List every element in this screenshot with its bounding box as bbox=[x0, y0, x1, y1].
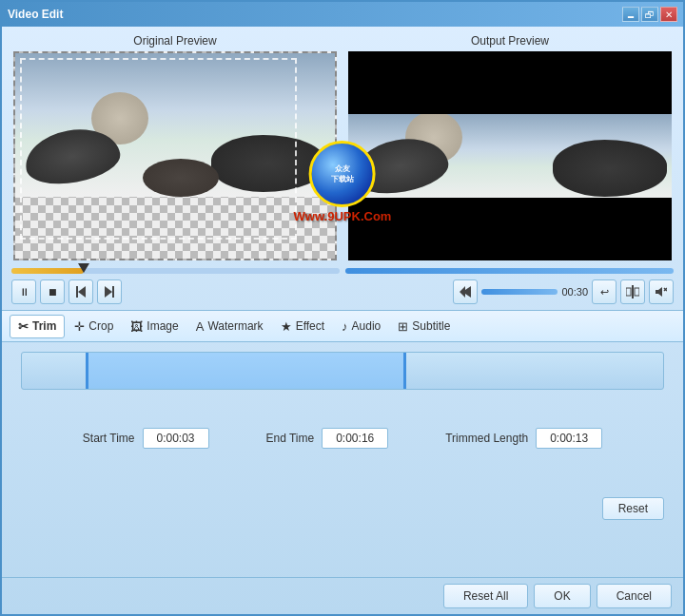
end-time-input[interactable] bbox=[322, 428, 388, 449]
stop-button[interactable]: ⏹ bbox=[40, 279, 65, 304]
start-time-group: Start Time bbox=[83, 428, 209, 449]
watermark-container: 众友下载站 Www.9UPK.Com bbox=[294, 141, 392, 223]
svg-marker-3 bbox=[105, 286, 112, 298]
close-button[interactable]: ✕ bbox=[660, 7, 677, 22]
reset-button-area: Reset bbox=[602, 497, 664, 520]
svg-marker-1 bbox=[78, 286, 86, 298]
tab-trim-label: Trim bbox=[32, 319, 56, 333]
seekbar-container bbox=[11, 268, 674, 274]
tab-crop[interactable]: ✛ Crop bbox=[67, 316, 121, 337]
bottom-buttons: Reset All OK Cancel bbox=[2, 577, 683, 614]
original-preview-video bbox=[13, 51, 337, 260]
image-icon: 🖼 bbox=[130, 319, 143, 334]
tab-watermark-label: Watermark bbox=[207, 319, 263, 333]
reset-button[interactable]: Reset bbox=[602, 497, 664, 520]
replay-button[interactable]: ↩ bbox=[592, 279, 616, 304]
svg-marker-8 bbox=[656, 287, 662, 297]
black-bar-bottom bbox=[348, 198, 672, 260]
end-time-group: End Time bbox=[266, 428, 389, 449]
pause-button[interactable]: ⏸ bbox=[11, 279, 36, 304]
effect-icon: ★ bbox=[281, 319, 292, 334]
output-seal-body-2 bbox=[553, 140, 667, 197]
svg-rect-2 bbox=[112, 286, 114, 298]
watermark-circle-text: 众友下载站 bbox=[331, 164, 354, 184]
tab-image[interactable]: 🖼 Image bbox=[123, 316, 186, 337]
start-time-label: Start Time bbox=[83, 432, 135, 445]
watermark-icon: A bbox=[196, 319, 205, 334]
prev-frame-icon bbox=[76, 286, 86, 298]
time-fields: Start Time End Time Trimmed Length bbox=[21, 428, 664, 449]
svg-rect-6 bbox=[626, 288, 631, 296]
time-end-value: 00:30 bbox=[561, 286, 588, 298]
output-preview-label: Output Preview bbox=[471, 34, 549, 48]
trimmed-length-input[interactable] bbox=[536, 428, 602, 449]
trim-content: Start Time End Time Trimmed Length bbox=[21, 352, 664, 568]
tab-crop-label: Crop bbox=[88, 319, 113, 333]
tab-effect[interactable]: ★ Effect bbox=[273, 316, 332, 337]
minimize-button[interactable]: 🗕 bbox=[622, 7, 639, 22]
tab-subtitle[interactable]: ⊞ Subtitle bbox=[390, 316, 458, 337]
content-area: Start Time End Time Trimmed Length Reset bbox=[2, 342, 683, 577]
svg-rect-0 bbox=[76, 286, 78, 298]
tab-subtitle-label: Subtitle bbox=[412, 319, 450, 333]
video-edit-window: Video Edit 🗕 🗗 ✕ Original Preview Out bbox=[0, 0, 685, 616]
next-frame-icon bbox=[105, 286, 114, 298]
black-bar-top bbox=[348, 51, 672, 114]
next-frame-button[interactable] bbox=[97, 279, 122, 304]
end-time-label: End Time bbox=[266, 432, 315, 445]
ok-button[interactable]: OK bbox=[534, 584, 590, 608]
output-prev-button[interactable] bbox=[453, 279, 478, 304]
tab-watermark[interactable]: A Watermark bbox=[188, 316, 271, 337]
trim-icon: ✂ bbox=[18, 319, 29, 334]
title-bar: Video Edit 🗕 🗗 ✕ bbox=[2, 2, 683, 27]
split-button[interactable] bbox=[620, 279, 645, 304]
seekbar-fill bbox=[11, 268, 84, 274]
seal-body-3 bbox=[143, 159, 219, 197]
original-preview-panel: Original Preview bbox=[11, 34, 339, 260]
svg-rect-7 bbox=[635, 288, 639, 296]
tab-image-label: Image bbox=[147, 319, 178, 333]
tab-audio-label: Audio bbox=[352, 319, 382, 333]
output-preview-video bbox=[348, 51, 672, 260]
crop-icon: ✛ bbox=[74, 319, 85, 334]
prev-frame-button[interactable] bbox=[68, 279, 93, 304]
output-seal-scene bbox=[348, 114, 672, 202]
controls-area: ⏸ ⏹ 00:30 bbox=[2, 264, 683, 310]
maximize-button[interactable]: 🗗 bbox=[641, 7, 658, 22]
start-time-input[interactable] bbox=[143, 428, 209, 449]
subtitle-icon: ⊞ bbox=[398, 319, 408, 334]
playback-controls: ⏸ ⏹ 00:30 bbox=[11, 278, 674, 306]
cancel-button[interactable]: Cancel bbox=[597, 584, 672, 608]
volume-bar[interactable] bbox=[481, 289, 558, 295]
trimmed-length-label: Trimmed Length bbox=[445, 432, 528, 445]
audio-icon: ♪ bbox=[342, 319, 348, 334]
tab-audio[interactable]: ♪ Audio bbox=[334, 316, 388, 337]
split-icon bbox=[626, 285, 639, 298]
trim-timeline[interactable] bbox=[21, 352, 664, 390]
watermark-circle: 众友下载站 bbox=[309, 141, 376, 207]
svg-marker-4 bbox=[460, 286, 471, 298]
original-seal-scene bbox=[15, 53, 335, 197]
output-preview-panel: Output Preview bbox=[346, 34, 674, 260]
output-seekbar[interactable] bbox=[345, 268, 674, 274]
title-controls: 🗕 🗗 ✕ bbox=[622, 7, 677, 22]
reset-all-button[interactable]: Reset All bbox=[443, 584, 528, 608]
tab-trim[interactable]: ✂ Trim bbox=[10, 315, 65, 338]
time-label: 00:30 bbox=[561, 286, 588, 298]
mute-button[interactable] bbox=[649, 279, 674, 304]
tab-effect-label: Effect bbox=[296, 319, 324, 333]
original-seekbar[interactable] bbox=[11, 268, 340, 274]
trimmed-length-group: Trimmed Length bbox=[445, 428, 602, 449]
mute-icon bbox=[656, 286, 667, 298]
output-seek-icon bbox=[460, 286, 471, 298]
tabs-area: ✂ Trim ✛ Crop 🖼 Image A Watermark ★ Effe… bbox=[2, 310, 683, 342]
seekbar-thumb bbox=[78, 263, 89, 273]
watermark-text-line1: Www.9UPK.Com bbox=[294, 209, 392, 223]
trim-selected-range bbox=[86, 353, 406, 389]
original-preview-label: Original Preview bbox=[133, 34, 216, 48]
window-title: Video Edit bbox=[8, 8, 63, 21]
